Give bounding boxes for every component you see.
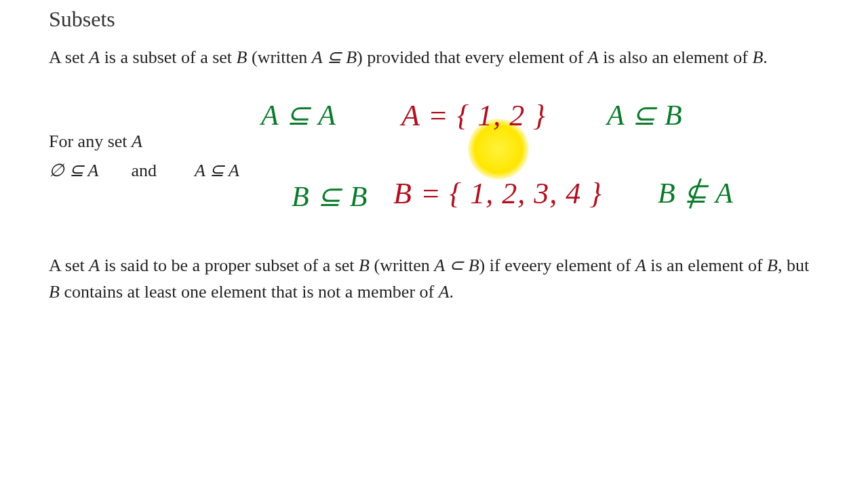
var-A: A [439, 282, 450, 302]
text: . [763, 47, 768, 67]
var-A: A [89, 47, 100, 67]
handwriting-a-definition: A = { 1, 2 } [401, 98, 546, 133]
var-B: B [49, 282, 60, 302]
handwriting-b-subset-b: B ⊆ B [292, 180, 368, 213]
text: contains at least one element that is no… [60, 282, 439, 302]
handwriting-b-not-subset-a: B ⊆ A [658, 176, 734, 209]
text: (written [370, 256, 434, 275]
var-B: B [359, 256, 370, 275]
text: is a subset of a set [100, 47, 236, 67]
text: , but [778, 256, 809, 275]
page-title: Subsets [49, 7, 819, 32]
var-A: A [588, 47, 599, 67]
text: ) if eveery element of [479, 256, 635, 275]
text: . [450, 282, 454, 302]
text: (written [247, 47, 311, 67]
var-A: A [635, 256, 646, 275]
empty-subset-a: ∅ ⊆ A [49, 161, 98, 180]
text: is an element of [646, 256, 767, 275]
var-B: B [767, 256, 778, 275]
var-A: A [132, 131, 142, 151]
definition-proper-subset: A set A is said to be a proper subset of… [49, 252, 819, 305]
text: A set [49, 47, 89, 67]
notation-subset: A ⊆ B [312, 47, 357, 67]
var-A: A [89, 256, 100, 275]
var-B: B [752, 47, 763, 67]
a-subset-a: A ⊆ A [195, 161, 239, 180]
var-A: A [708, 178, 733, 209]
text: is also an element of [599, 47, 753, 67]
handwriting-a-subset-a: A ⊆ A [261, 98, 336, 131]
text: For any set [49, 131, 132, 151]
text: A set [49, 256, 89, 275]
definition-subset: A set A is a subset of a set B (written … [49, 44, 819, 70]
and-text: and [131, 161, 157, 180]
handwriting-b-definition: B = { 1, 2, 3, 4 } [393, 176, 602, 211]
text: is said to be a proper subset of a set [100, 256, 359, 275]
handwriting-a-subset-b: A ⊆ B [607, 98, 683, 131]
var-B: B [658, 178, 684, 209]
var-B: B [237, 47, 248, 67]
not-subset-icon: ⊆ [684, 176, 708, 209]
text: ) provided that every element of [357, 47, 588, 67]
notation-proper-subset: A ⊂ B [434, 256, 479, 275]
